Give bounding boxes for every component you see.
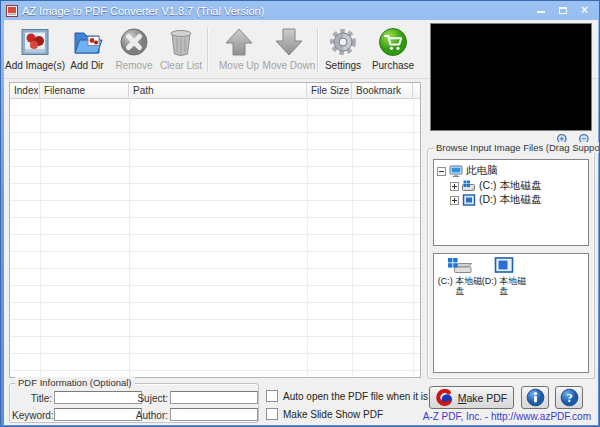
move-up-icon	[223, 26, 255, 58]
info-button[interactable]	[521, 386, 549, 409]
make-pdf-label: Make PDF	[458, 392, 508, 404]
window-title: AZ Image to PDF Converter V1.8.7 (Trial …	[22, 5, 264, 17]
clear-list-button[interactable]: Clear List	[153, 26, 209, 76]
column-header-bookmark[interactable]: Bookmark	[352, 83, 413, 98]
slideshow-checkbox[interactable]	[266, 408, 278, 420]
browse-panel: Browse Input Image Files (Drag Supported…	[427, 148, 595, 379]
file-list-body[interactable]	[10, 99, 420, 377]
author-field-label: Author:	[128, 410, 168, 421]
computer-icon	[449, 165, 463, 177]
close-icon: ×	[581, 5, 588, 15]
add-image-icon	[19, 26, 51, 58]
move-down-button[interactable]: Move Down	[261, 26, 317, 76]
tree-item-label: (D:) 本地磁盘	[479, 193, 541, 207]
toolbar-button-label: Clear List	[160, 60, 202, 71]
author-field[interactable]	[170, 408, 258, 421]
toolbar-separator	[207, 28, 209, 72]
drive-list[interactable]: (C:) 本地磁盘 (D:) 本地磁盘	[433, 253, 589, 373]
column-header-filler	[413, 83, 420, 98]
expand-icon[interactable]	[450, 182, 459, 191]
column-header-filename[interactable]: Filename	[40, 83, 129, 98]
image-preview-panel	[430, 23, 592, 131]
grid-line	[352, 99, 353, 377]
grid-line	[40, 99, 41, 377]
toolbar-button-label: Move Up	[219, 60, 259, 71]
drive-item-label: (C:) 本地磁盘	[437, 276, 483, 296]
title-field-label: Title:	[12, 393, 52, 404]
drive-d-icon	[462, 194, 476, 206]
column-header-path[interactable]: Path	[129, 83, 307, 98]
clear-list-icon	[165, 26, 197, 58]
toolbar-button-label: Move Down	[263, 60, 316, 71]
purchase-icon	[377, 26, 409, 58]
svg-text:?: ?	[566, 391, 572, 405]
maximize-button[interactable]	[556, 4, 569, 16]
keyword-field-label: Keyword:	[12, 410, 52, 421]
title-bar[interactable]: AZ Image to PDF Converter V1.8.7 (Trial …	[1, 1, 599, 20]
tree-item-label: (C:) 本地磁盘	[479, 179, 541, 193]
drive-list-item-d[interactable]: (D:) 本地磁盘	[480, 257, 528, 296]
toolbar-button-label: Purchase	[372, 60, 414, 71]
drive-d-icon	[491, 257, 517, 275]
toolbar-button-label: Add Image(s)	[5, 60, 65, 71]
drive-c-icon	[462, 180, 476, 192]
slideshow-label: Make Slide Show PDF	[283, 409, 383, 420]
add-images-button[interactable]: Add Image(s)	[7, 26, 63, 76]
tree-item-this-pc[interactable]: 此电脑	[437, 164, 498, 178]
tree-item-drive-c[interactable]: (C:) 本地磁盘	[450, 179, 541, 193]
slideshow-option[interactable]: Make Slide Show PDF	[266, 408, 383, 420]
maximize-icon	[559, 7, 567, 14]
toolbar-button-label: Add Dir	[70, 60, 103, 71]
make-pdf-button[interactable]: Make PDF	[429, 386, 514, 409]
tree-item-label: 此电脑	[466, 164, 498, 178]
settings-icon	[327, 26, 359, 58]
grid-line	[129, 99, 130, 377]
close-button[interactable]: ×	[578, 4, 591, 16]
move-down-icon	[273, 26, 305, 58]
folder-tree[interactable]: 此电脑 (C:) 本地磁盘	[433, 159, 589, 246]
app-icon	[6, 5, 18, 17]
browse-panel-label: Browse Input Image Files (Drag Supported…	[433, 142, 600, 153]
client-area: Add Image(s) Add Dir Remove	[4, 20, 598, 425]
remove-icon	[118, 26, 150, 58]
vendor-credit: A-Z PDF, Inc. - http://www.azPDF.com	[423, 411, 591, 422]
info-icon	[526, 388, 545, 407]
move-up-button[interactable]: Move Up	[211, 26, 267, 76]
settings-button[interactable]: Settings	[315, 26, 371, 76]
drive-list-item-c[interactable]: (C:) 本地磁盘	[436, 257, 484, 296]
minimize-icon	[537, 10, 545, 13]
help-icon: ?	[560, 388, 579, 407]
add-dir-icon	[71, 26, 103, 58]
pdf-information-panel: PDF Information (Optional) Title: Suject…	[9, 383, 259, 423]
tree-item-drive-d[interactable]: (D:) 本地磁盘	[450, 193, 541, 207]
make-pdf-icon	[436, 389, 453, 406]
subject-field[interactable]	[170, 391, 258, 404]
toolbar-button-label: Remove	[115, 60, 152, 71]
minimize-button[interactable]	[534, 4, 547, 16]
drive-c-icon	[447, 257, 473, 275]
column-header-index[interactable]: Index	[10, 83, 40, 98]
column-header-filesize[interactable]: File Size	[307, 83, 352, 98]
auto-open-checkbox[interactable]	[266, 390, 278, 402]
app-window: AZ Image to PDF Converter V1.8.7 (Trial …	[0, 0, 600, 427]
grid-line	[413, 99, 414, 377]
subject-field-label: Suject:	[128, 393, 168, 404]
toolbar-button-label: Settings	[325, 60, 361, 71]
drive-item-label: (D:) 本地磁盘	[481, 276, 527, 296]
purchase-button[interactable]: Purchase	[365, 26, 421, 76]
help-button[interactable]: ?	[555, 386, 583, 409]
grid-line	[307, 99, 308, 377]
pdf-information-label: PDF Information (Optional)	[15, 377, 135, 388]
file-list-table: Index Filename Path File Size Bookmark	[9, 82, 421, 378]
file-list-header: Index Filename Path File Size Bookmark	[10, 83, 420, 99]
collapse-icon[interactable]	[437, 167, 446, 176]
expand-icon[interactable]	[450, 196, 459, 205]
